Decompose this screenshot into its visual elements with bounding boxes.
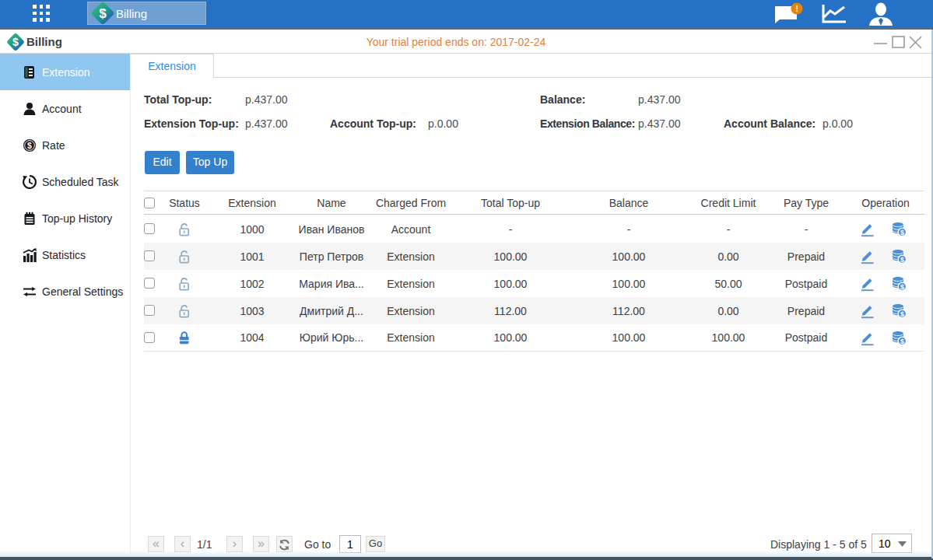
svg-text:$: $ [99,6,107,21]
svg-text:!: ! [795,4,798,13]
svg-text:$: $ [27,140,32,149]
